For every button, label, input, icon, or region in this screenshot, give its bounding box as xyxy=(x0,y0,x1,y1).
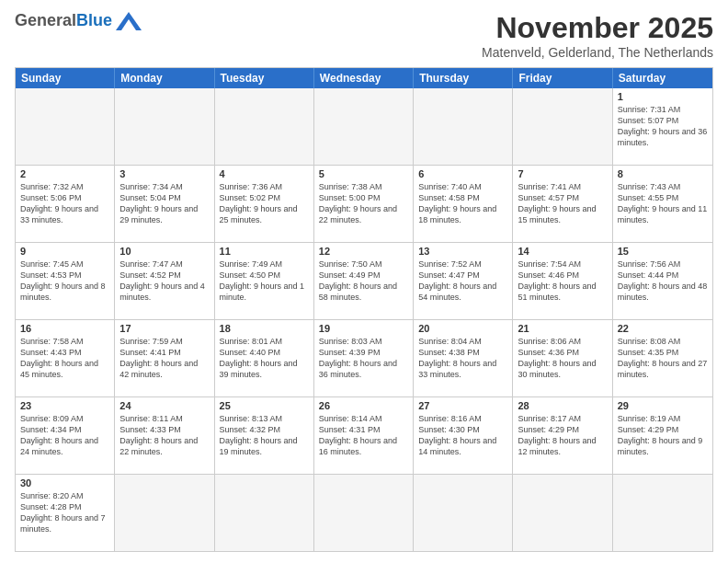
day-number: 24 xyxy=(119,400,209,411)
day-info: Sunrise: 7:56 AM Sunset: 4:44 PM Dayligh… xyxy=(618,259,708,304)
cal-header-cell-monday: Monday xyxy=(115,68,214,88)
calendar-body: 1Sunrise: 7:31 AM Sunset: 5:07 PM Daylig… xyxy=(16,88,712,551)
cal-row-4: 23Sunrise: 8:09 AM Sunset: 4:34 PM Dayli… xyxy=(16,396,712,474)
day-number: 28 xyxy=(518,400,607,411)
cal-row-3: 16Sunrise: 7:58 AM Sunset: 4:43 PM Dayli… xyxy=(16,319,712,396)
day-info: Sunrise: 8:14 AM Sunset: 4:31 PM Dayligh… xyxy=(319,413,408,458)
cal-header-cell-thursday: Thursday xyxy=(414,68,513,88)
cal-cell: 9Sunrise: 7:45 AM Sunset: 4:53 PM Daylig… xyxy=(16,243,115,319)
cal-cell: 7Sunrise: 7:41 AM Sunset: 4:57 PM Daylig… xyxy=(513,166,612,242)
day-number: 11 xyxy=(220,246,309,257)
cal-cell xyxy=(414,88,513,165)
day-number: 26 xyxy=(319,400,408,411)
cal-row-2: 9Sunrise: 7:45 AM Sunset: 4:53 PM Daylig… xyxy=(16,242,712,319)
day-info: Sunrise: 8:01 AM Sunset: 4:40 PM Dayligh… xyxy=(220,336,309,381)
day-number: 6 xyxy=(418,168,507,179)
day-number: 30 xyxy=(20,477,109,488)
day-info: Sunrise: 7:58 AM Sunset: 4:43 PM Dayligh… xyxy=(20,336,109,381)
day-number: 17 xyxy=(119,323,209,334)
cal-cell: 15Sunrise: 7:56 AM Sunset: 4:44 PM Dayli… xyxy=(613,243,712,319)
day-number: 21 xyxy=(518,323,607,334)
cal-cell: 28Sunrise: 8:17 AM Sunset: 4:29 PM Dayli… xyxy=(513,397,612,474)
day-info: Sunrise: 7:31 AM Sunset: 5:07 PM Dayligh… xyxy=(618,104,708,149)
cal-cell xyxy=(414,475,513,551)
day-number: 10 xyxy=(119,246,209,257)
day-number: 27 xyxy=(418,400,507,411)
day-number: 19 xyxy=(319,323,408,334)
day-number: 5 xyxy=(319,168,408,179)
cal-cell xyxy=(115,475,214,551)
cal-row-0: 1Sunrise: 7:31 AM Sunset: 5:07 PM Daylig… xyxy=(16,88,712,165)
day-number: 8 xyxy=(618,168,708,179)
day-info: Sunrise: 8:06 AM Sunset: 4:36 PM Dayligh… xyxy=(518,336,607,381)
day-info: Sunrise: 8:19 AM Sunset: 4:29 PM Dayligh… xyxy=(618,413,708,458)
cal-cell: 22Sunrise: 8:08 AM Sunset: 4:35 PM Dayli… xyxy=(613,320,712,396)
day-info: Sunrise: 8:11 AM Sunset: 4:33 PM Dayligh… xyxy=(119,413,209,458)
day-number: 12 xyxy=(319,246,408,257)
day-number: 25 xyxy=(220,400,309,411)
cal-cell: 20Sunrise: 8:04 AM Sunset: 4:38 PM Dayli… xyxy=(414,320,513,396)
day-info: Sunrise: 8:20 AM Sunset: 4:28 PM Dayligh… xyxy=(20,490,109,535)
day-info: Sunrise: 7:32 AM Sunset: 5:06 PM Dayligh… xyxy=(20,181,109,226)
day-number: 2 xyxy=(20,168,109,179)
cal-header-cell-tuesday: Tuesday xyxy=(215,68,314,88)
day-info: Sunrise: 7:36 AM Sunset: 5:02 PM Dayligh… xyxy=(220,181,309,226)
cal-cell xyxy=(513,475,612,551)
day-info: Sunrise: 8:09 AM Sunset: 4:34 PM Dayligh… xyxy=(20,413,109,458)
month-title: November 2025 xyxy=(482,11,713,45)
day-number: 29 xyxy=(618,400,708,411)
logo: General Blue xyxy=(15,11,142,30)
cal-cell xyxy=(513,88,612,165)
cal-cell: 27Sunrise: 8:16 AM Sunset: 4:30 PM Dayli… xyxy=(414,397,513,474)
cal-cell: 6Sunrise: 7:40 AM Sunset: 4:58 PM Daylig… xyxy=(414,166,513,242)
cal-cell: 5Sunrise: 7:38 AM Sunset: 5:00 PM Daylig… xyxy=(314,166,414,242)
day-info: Sunrise: 8:04 AM Sunset: 4:38 PM Dayligh… xyxy=(418,336,507,381)
cal-cell: 23Sunrise: 8:09 AM Sunset: 4:34 PM Dayli… xyxy=(16,397,115,474)
cal-cell xyxy=(115,88,214,165)
cal-cell xyxy=(314,475,414,551)
day-info: Sunrise: 8:13 AM Sunset: 4:32 PM Dayligh… xyxy=(220,413,309,458)
cal-row-1: 2Sunrise: 7:32 AM Sunset: 5:06 PM Daylig… xyxy=(16,165,712,242)
cal-cell: 10Sunrise: 7:47 AM Sunset: 4:52 PM Dayli… xyxy=(115,243,214,319)
cal-cell: 12Sunrise: 7:50 AM Sunset: 4:49 PM Dayli… xyxy=(314,243,414,319)
subtitle: Matenveld, Gelderland, The Netherlands xyxy=(482,45,713,60)
generalblue-icon xyxy=(116,12,142,30)
cal-cell: 8Sunrise: 7:43 AM Sunset: 4:55 PM Daylig… xyxy=(613,166,712,242)
cal-cell xyxy=(215,475,314,551)
day-info: Sunrise: 7:49 AM Sunset: 4:50 PM Dayligh… xyxy=(220,259,309,304)
cal-row-5: 30Sunrise: 8:20 AM Sunset: 4:28 PM Dayli… xyxy=(16,474,712,551)
day-info: Sunrise: 7:38 AM Sunset: 5:00 PM Dayligh… xyxy=(319,181,408,226)
day-number: 18 xyxy=(220,323,309,334)
day-number: 1 xyxy=(618,91,708,102)
cal-cell: 3Sunrise: 7:34 AM Sunset: 5:04 PM Daylig… xyxy=(115,166,214,242)
cal-cell: 1Sunrise: 7:31 AM Sunset: 5:07 PM Daylig… xyxy=(613,88,712,165)
cal-cell: 2Sunrise: 7:32 AM Sunset: 5:06 PM Daylig… xyxy=(16,166,115,242)
calendar-header: SundayMondayTuesdayWednesdayThursdayFrid… xyxy=(16,68,712,88)
cal-header-cell-sunday: Sunday xyxy=(16,68,115,88)
day-info: Sunrise: 7:41 AM Sunset: 4:57 PM Dayligh… xyxy=(518,181,607,226)
cal-header-cell-wednesday: Wednesday xyxy=(314,68,414,88)
day-info: Sunrise: 7:34 AM Sunset: 5:04 PM Dayligh… xyxy=(119,181,209,226)
cal-cell: 4Sunrise: 7:36 AM Sunset: 5:02 PM Daylig… xyxy=(215,166,314,242)
day-info: Sunrise: 8:03 AM Sunset: 4:39 PM Dayligh… xyxy=(319,336,408,381)
day-number: 4 xyxy=(220,168,309,179)
day-number: 23 xyxy=(20,400,109,411)
day-number: 3 xyxy=(119,168,209,179)
cal-cell xyxy=(314,88,414,165)
cal-cell: 13Sunrise: 7:52 AM Sunset: 4:47 PM Dayli… xyxy=(414,243,513,319)
day-info: Sunrise: 8:08 AM Sunset: 4:35 PM Dayligh… xyxy=(618,336,708,381)
day-number: 15 xyxy=(618,246,708,257)
day-number: 14 xyxy=(518,246,607,257)
day-info: Sunrise: 8:17 AM Sunset: 4:29 PM Dayligh… xyxy=(518,413,607,458)
header: General Blue November 2025 Matenveld, Ge… xyxy=(15,11,713,60)
cal-cell xyxy=(215,88,314,165)
day-info: Sunrise: 8:16 AM Sunset: 4:30 PM Dayligh… xyxy=(418,413,507,458)
cal-cell: 16Sunrise: 7:58 AM Sunset: 4:43 PM Dayli… xyxy=(16,320,115,396)
page: General Blue November 2025 Matenveld, Ge… xyxy=(0,0,728,563)
day-info: Sunrise: 7:47 AM Sunset: 4:52 PM Dayligh… xyxy=(119,259,209,304)
cal-cell: 21Sunrise: 8:06 AM Sunset: 4:36 PM Dayli… xyxy=(513,320,612,396)
cal-cell: 26Sunrise: 8:14 AM Sunset: 4:31 PM Dayli… xyxy=(314,397,414,474)
cal-cell: 24Sunrise: 8:11 AM Sunset: 4:33 PM Dayli… xyxy=(115,397,214,474)
cal-cell: 25Sunrise: 8:13 AM Sunset: 4:32 PM Dayli… xyxy=(215,397,314,474)
cal-header-cell-friday: Friday xyxy=(513,68,612,88)
